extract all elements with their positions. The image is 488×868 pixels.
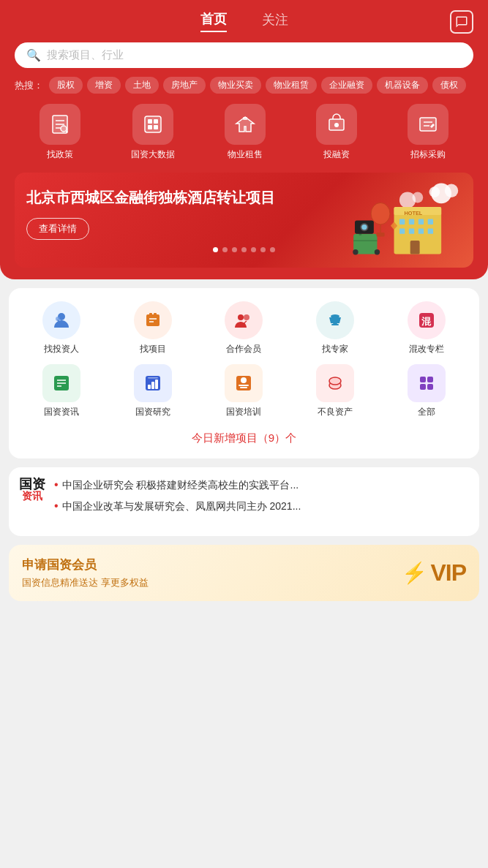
- investment-icon: [316, 104, 357, 145]
- hot-tag-4[interactable]: 物业买卖: [210, 77, 261, 94]
- menu-find-policy[interactable]: 找政策: [40, 104, 80, 161]
- hot-tag-1[interactable]: 增资: [87, 77, 121, 94]
- service-state-research[interactable]: 国资研究: [131, 364, 175, 418]
- news-item-row-0[interactable]: • 中国企业研究会 积极搭建财经类高校生的实践平台...: [54, 478, 469, 493]
- service-state-news[interactable]: 国资资讯: [40, 364, 83, 418]
- state-training-icon: [225, 364, 263, 402]
- hot-tag-2[interactable]: 土地: [125, 77, 159, 94]
- hot-label: 热搜：: [15, 79, 43, 92]
- hot-tag-3[interactable]: 房地产: [163, 77, 206, 94]
- search-bar[interactable]: 🔍 搜索项目、行业: [15, 42, 473, 68]
- menu-procurement[interactable]: 招标采购: [408, 104, 448, 161]
- message-icon-button[interactable]: [450, 10, 473, 34]
- dot-0[interactable]: [213, 247, 218, 252]
- svg-line-5: [66, 131, 67, 132]
- news-badge: 国资 资讯: [19, 478, 45, 501]
- state-news-icon: [42, 364, 80, 402]
- svg-point-45: [361, 224, 367, 230]
- dot-1[interactable]: [222, 247, 228, 252]
- bad-asset-icon: [316, 364, 354, 402]
- svg-rect-29: [399, 228, 405, 233]
- svg-rect-59: [331, 324, 339, 325]
- vip-badge-text: VIP: [430, 559, 466, 586]
- svg-rect-10: [154, 125, 158, 129]
- svg-rect-67: [148, 385, 151, 389]
- svg-rect-81: [420, 384, 426, 390]
- hot-tag-7[interactable]: 机器设备: [377, 77, 428, 94]
- hot-tag-6[interactable]: 企业融资: [321, 77, 372, 94]
- svg-point-78: [329, 377, 341, 385]
- dot-2[interactable]: [232, 247, 237, 252]
- svg-rect-30: [409, 228, 414, 233]
- dot-4[interactable]: [251, 247, 256, 252]
- news-text-1: 中国企业改革与发展研究会、凤凰网共同主办 2021...: [62, 499, 301, 514]
- vip-card[interactable]: 申请国资会员 国资信息精准送达 享更多权益 ⚡ VIP: [9, 545, 479, 601]
- news-card: 国资 资讯 • 中国企业研究会 积极搭建财经类高校生的实践平台... • 中国企…: [9, 467, 479, 536]
- dot-3[interactable]: [241, 247, 247, 252]
- banner-button[interactable]: 查看详情: [26, 218, 89, 240]
- menu-investment[interactable]: 投融资: [316, 104, 357, 161]
- service-find-project[interactable]: 找项目: [131, 301, 175, 355]
- dot-5[interactable]: [260, 247, 266, 252]
- service-state-training[interactable]: 国资培训: [222, 364, 266, 418]
- svg-point-38: [353, 249, 358, 254]
- svg-rect-58: [333, 322, 337, 324]
- service-all[interactable]: 全部: [405, 364, 448, 418]
- svg-rect-8: [154, 119, 158, 124]
- nav-home[interactable]: 首页: [200, 10, 227, 32]
- svg-point-19: [429, 186, 440, 197]
- svg-text:混: 混: [421, 316, 432, 327]
- service-mixed-reform[interactable]: 混 混改专栏: [405, 301, 448, 355]
- svg-rect-32: [428, 228, 433, 233]
- service-bad-asset[interactable]: 不良资产: [313, 364, 357, 418]
- dot-6[interactable]: [270, 247, 275, 252]
- message-icon: [455, 15, 468, 29]
- menu-state-asset-data[interactable]: 国资大数据: [131, 104, 175, 161]
- hot-tag-5[interactable]: 物业租赁: [266, 77, 317, 94]
- svg-rect-80: [427, 377, 433, 382]
- state-asset-data-icon: [132, 104, 173, 145]
- hot-tag-0[interactable]: 股权: [49, 77, 83, 94]
- service-coop-member[interactable]: 合作会员: [222, 301, 266, 355]
- svg-point-4: [61, 126, 67, 132]
- svg-rect-69: [155, 380, 158, 389]
- top-icon-menu: 找政策 国资大数据: [15, 104, 473, 161]
- svg-rect-11: [243, 117, 247, 120]
- vip-lightning-icon: ⚡: [402, 561, 427, 585]
- svg-rect-9: [148, 125, 152, 129]
- nav-follow[interactable]: 关注: [262, 11, 288, 31]
- find-project-label: 找项目: [140, 343, 166, 355]
- news-item-0[interactable]: 国资 资讯 • 中国企业研究会 积极搭建财经类高校生的实践平台... • 中国企…: [19, 478, 469, 520]
- service-grid-row1: ¥ 找投资人 找项目: [16, 301, 472, 355]
- banner-illustration: HOTEL: [334, 180, 473, 268]
- svg-rect-50: [146, 314, 159, 326]
- svg-point-72: [241, 377, 247, 383]
- svg-rect-26: [409, 219, 414, 224]
- svg-rect-70: [148, 377, 158, 379]
- state-research-icon: [134, 364, 172, 402]
- service-find-expert[interactable]: 找专家: [313, 301, 357, 355]
- news-text-0: 中国企业研究会 积极搭建财经类高校生的实践平台...: [62, 478, 299, 493]
- main-content: ¥ 找投资人 找项目: [0, 279, 488, 610]
- svg-rect-31: [418, 228, 424, 233]
- banner: 北京市西城区金融街独栋酒店转让项目 查看详情 HOTEL: [15, 173, 473, 268]
- svg-rect-79: [420, 377, 426, 382]
- svg-rect-27: [418, 219, 424, 224]
- service-find-investor[interactable]: ¥ 找投资人: [40, 301, 83, 355]
- svg-point-13: [334, 123, 339, 127]
- svg-rect-53: [149, 313, 152, 316]
- news-item-row-1[interactable]: • 中国企业改革与发展研究会、凤凰网共同主办 2021...: [54, 499, 469, 514]
- state-news-label: 国资资讯: [44, 406, 79, 418]
- svg-text:HOTEL: HOTEL: [404, 210, 422, 216]
- service-grid-row2: 国资资讯 国资研究: [16, 364, 472, 424]
- search-placeholder: 搜索项目、行业: [47, 48, 124, 62]
- news-dot-1: •: [54, 499, 59, 513]
- svg-rect-74: [240, 387, 247, 388]
- news-dot-0: •: [54, 478, 59, 491]
- investment-label: 投融资: [323, 148, 350, 161]
- hot-search-area: 热搜： 股权 增资 土地 房地产 物业买卖 物业租赁 企业融资 机器设备 债权: [15, 77, 473, 94]
- find-expert-icon: [316, 301, 354, 339]
- menu-property-rent[interactable]: 物业租售: [225, 104, 266, 161]
- svg-point-18: [445, 184, 458, 197]
- hot-tag-8[interactable]: 债权: [432, 77, 466, 94]
